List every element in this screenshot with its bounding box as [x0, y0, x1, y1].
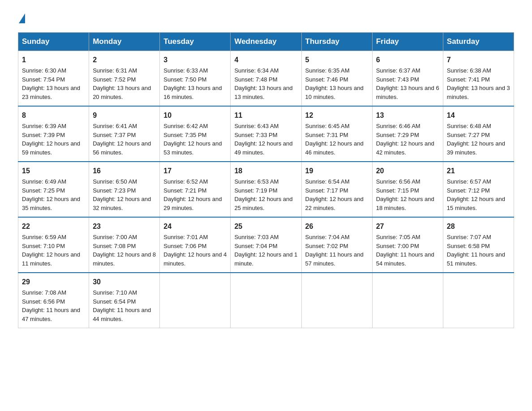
daylight-text: Daylight: 11 hours and 47 minutes. [22, 307, 80, 322]
daylight-text: Daylight: 12 hours and 1 minute. [234, 251, 297, 267]
day-number: 3 [163, 55, 227, 65]
daylight-text: Daylight: 13 hours and 16 minutes. [163, 85, 222, 100]
calendar-cell: 19Sunrise: 6:54 AMSunset: 7:17 PMDayligh… [301, 162, 372, 217]
sunset-text: Sunset: 7:17 PM [305, 187, 348, 194]
daylight-text: Daylight: 12 hours and 46 minutes. [305, 140, 364, 156]
sunrise-text: Sunrise: 7:05 AM [376, 234, 420, 240]
daylight-text: Daylight: 12 hours and 53 minutes. [163, 140, 222, 156]
day-number: 1 [22, 55, 85, 65]
daylight-text: Daylight: 12 hours and 56 minutes. [93, 140, 151, 156]
day-number: 18 [234, 166, 297, 176]
daylight-text: Daylight: 13 hours and 20 minutes. [93, 85, 151, 100]
day-number: 4 [234, 55, 297, 65]
day-number: 28 [447, 221, 510, 232]
sunrise-text: Sunrise: 7:00 AM [93, 234, 137, 240]
logo [18, 13, 26, 23]
day-number: 24 [163, 221, 227, 232]
calendar-cell: 16Sunrise: 6:50 AMSunset: 7:23 PMDayligh… [89, 162, 160, 217]
sunrise-text: Sunrise: 6:37 AM [376, 67, 420, 74]
day-number: 25 [234, 221, 297, 232]
calendar-header-sunday: Sunday [18, 33, 89, 51]
daylight-text: Daylight: 12 hours and 18 minutes. [376, 196, 434, 211]
calendar-cell [160, 273, 231, 328]
calendar-cell: 12Sunrise: 6:45 AMSunset: 7:31 PMDayligh… [301, 106, 372, 162]
calendar-cell: 26Sunrise: 7:04 AMSunset: 7:02 PMDayligh… [301, 217, 372, 273]
day-number: 9 [93, 110, 156, 121]
calendar-cell: 15Sunrise: 6:49 AMSunset: 7:25 PMDayligh… [18, 162, 89, 217]
daylight-text: Daylight: 12 hours and 15 minutes. [447, 196, 505, 211]
calendar-cell: 30Sunrise: 7:10 AMSunset: 6:54 PMDayligh… [89, 273, 160, 328]
sunset-text: Sunset: 7:48 PM [234, 76, 277, 83]
sunrise-text: Sunrise: 6:42 AM [163, 123, 208, 129]
daylight-text: Daylight: 12 hours and 32 minutes. [93, 196, 151, 211]
calendar-cell: 20Sunrise: 6:56 AMSunset: 7:15 PMDayligh… [372, 162, 443, 217]
calendar-header-thursday: Thursday [301, 33, 372, 51]
sunset-text: Sunset: 7:08 PM [93, 243, 136, 249]
sunset-text: Sunset: 7:39 PM [22, 132, 65, 138]
sunset-text: Sunset: 7:33 PM [234, 132, 277, 138]
logo-triangle-icon [19, 13, 25, 23]
calendar-header-monday: Monday [89, 33, 160, 51]
calendar-cell: 21Sunrise: 6:57 AMSunset: 7:12 PMDayligh… [443, 162, 514, 217]
calendar-header-wednesday: Wednesday [231, 33, 301, 51]
calendar-week-row: 22Sunrise: 6:59 AMSunset: 7:10 PMDayligh… [18, 217, 514, 273]
sunrise-text: Sunrise: 6:41 AM [93, 123, 137, 129]
daylight-text: Daylight: 13 hours and 23 minutes. [22, 85, 80, 100]
sunset-text: Sunset: 7:37 PM [93, 132, 136, 138]
day-number: 6 [376, 55, 439, 65]
sunrise-text: Sunrise: 6:46 AM [376, 123, 420, 129]
daylight-text: Daylight: 12 hours and 49 minutes. [234, 140, 292, 156]
calendar-cell [231, 273, 301, 328]
calendar-cell: 7Sunrise: 6:38 AMSunset: 7:41 PMDaylight… [443, 51, 514, 107]
daylight-text: Daylight: 12 hours and 4 minutes. [163, 251, 227, 267]
sunset-text: Sunset: 6:54 PM [93, 298, 136, 305]
sunset-text: Sunset: 7:35 PM [163, 132, 206, 138]
day-number: 21 [447, 166, 510, 176]
sunset-text: Sunset: 7:27 PM [447, 132, 490, 138]
calendar-header-tuesday: Tuesday [160, 33, 231, 51]
sunrise-text: Sunrise: 6:39 AM [22, 123, 66, 129]
calendar-cell [443, 273, 514, 328]
day-number: 20 [376, 166, 439, 176]
calendar-week-row: 1Sunrise: 6:30 AMSunset: 7:54 PMDaylight… [18, 51, 514, 107]
sunrise-text: Sunrise: 6:50 AM [93, 178, 137, 185]
sunset-text: Sunset: 7:52 PM [93, 76, 136, 83]
daylight-text: Daylight: 11 hours and 44 minutes. [93, 307, 151, 322]
sunrise-text: Sunrise: 6:56 AM [376, 178, 420, 185]
calendar-cell: 8Sunrise: 6:39 AMSunset: 7:39 PMDaylight… [18, 106, 89, 162]
calendar-cell: 29Sunrise: 7:08 AMSunset: 6:56 PMDayligh… [18, 273, 89, 328]
daylight-text: Daylight: 12 hours and 39 minutes. [447, 140, 505, 156]
day-number: 14 [447, 110, 510, 121]
calendar-cell: 17Sunrise: 6:52 AMSunset: 7:21 PMDayligh… [160, 162, 231, 217]
daylight-text: Daylight: 11 hours and 57 minutes. [305, 251, 364, 267]
sunset-text: Sunset: 7:23 PM [93, 187, 136, 194]
daylight-text: Daylight: 13 hours and 10 minutes. [305, 85, 364, 100]
calendar-cell: 23Sunrise: 7:00 AMSunset: 7:08 PMDayligh… [89, 217, 160, 273]
sunrise-text: Sunrise: 6:43 AM [234, 123, 279, 129]
sunset-text: Sunset: 7:54 PM [22, 76, 65, 83]
daylight-text: Daylight: 12 hours and 25 minutes. [234, 196, 292, 211]
daylight-text: Daylight: 12 hours and 8 minutes. [93, 251, 156, 267]
day-number: 16 [93, 166, 156, 176]
sunset-text: Sunset: 7:02 PM [305, 243, 348, 249]
sunrise-text: Sunrise: 6:49 AM [22, 178, 66, 185]
day-number: 10 [163, 110, 227, 121]
daylight-text: Daylight: 11 hours and 54 minutes. [376, 251, 434, 267]
sunrise-text: Sunrise: 7:01 AM [163, 234, 208, 240]
sunset-text: Sunset: 7:21 PM [163, 187, 206, 194]
sunset-text: Sunset: 7:29 PM [376, 132, 419, 138]
sunrise-text: Sunrise: 6:48 AM [447, 123, 491, 129]
sunrise-text: Sunrise: 6:38 AM [447, 67, 491, 74]
sunset-text: Sunset: 7:43 PM [376, 76, 419, 83]
calendar-cell [372, 273, 443, 328]
daylight-text: Daylight: 11 hours and 51 minutes. [447, 251, 505, 267]
calendar-cell: 24Sunrise: 7:01 AMSunset: 7:06 PMDayligh… [160, 217, 231, 273]
calendar-cell: 14Sunrise: 6:48 AMSunset: 7:27 PMDayligh… [443, 106, 514, 162]
calendar-cell [301, 273, 372, 328]
sunset-text: Sunset: 7:10 PM [22, 243, 65, 249]
calendar-cell: 10Sunrise: 6:42 AMSunset: 7:35 PMDayligh… [160, 106, 231, 162]
calendar-cell: 28Sunrise: 7:07 AMSunset: 6:58 PMDayligh… [443, 217, 514, 273]
sunrise-text: Sunrise: 6:53 AM [234, 178, 279, 185]
sunrise-text: Sunrise: 6:45 AM [305, 123, 350, 129]
sunset-text: Sunset: 7:41 PM [447, 76, 490, 83]
